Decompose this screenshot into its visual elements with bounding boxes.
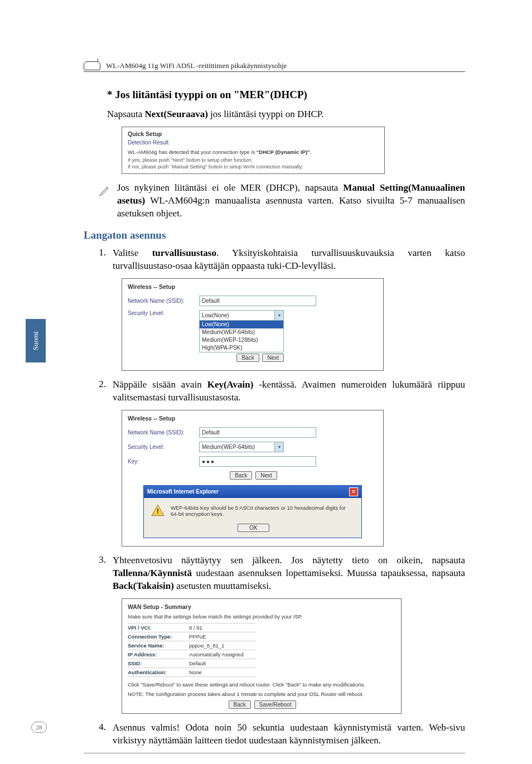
sum-v2: pppoe_8_81_1 — [189, 642, 224, 649]
step1-text: Valitse turvallisuustaso. Yksityiskohtai… — [113, 247, 465, 273]
wireless-heading: Langaton asennus — [84, 229, 465, 241]
wp1-sec-options: Low(None) Medium(WEP-64bits) Medium(WEP-… — [200, 320, 283, 352]
wp1-opt-1[interactable]: Medium(WEP-64bits) — [200, 328, 283, 336]
sum-note2: NOTE: The configuration process takes ab… — [128, 691, 395, 697]
chevron-down-icon[interactable]: ▾ — [274, 311, 283, 320]
wp1-next-button[interactable]: Next — [262, 354, 284, 362]
step-num-4: 4. — [84, 722, 113, 747]
quick-setup-panel: Quick Setup Detection Result WL-AM604g h… — [122, 127, 385, 174]
s3-mid: uudestaan asennuksen lopettamiseksi. Muu… — [192, 568, 465, 578]
note-pre: Jos nykyinen liitäntäsi ei ole MER (DHCP… — [117, 182, 343, 193]
step3-text: Yhteenvetosivu näyttäytyy sen jälkeen. J… — [113, 554, 465, 593]
wp1-sec-label: Security Level: — [128, 310, 199, 316]
note-row: Jos nykyinen liitäntäsi ei ole MER (DHCP… — [98, 182, 465, 220]
sum-note1: Click "Save/Reboot" to save these settin… — [128, 681, 395, 688]
footer-rule — [84, 753, 465, 753]
wp2-ssid-input[interactable]: Default — [199, 427, 316, 438]
qs-title: Quick Setup — [128, 130, 379, 137]
sum-v1: PPPoE — [189, 634, 206, 640]
s3-bold1: Tallenna/Käynnistä — [113, 568, 192, 578]
dialog-title: Microsoft Internet Explorer — [147, 489, 219, 495]
warning-icon: ! — [151, 504, 165, 518]
mer-sub-bold: Next(Seuraava) — [145, 109, 208, 119]
wp1-opt-0[interactable]: Low(None) — [200, 321, 283, 328]
sum-v0: 8 / 81 — [189, 625, 202, 631]
wan-summary-panel: WAN Setup - Summary Make sure that the s… — [122, 598, 402, 714]
ie-dialog: Microsoft Internet Explorer × ! WEP-64bi… — [143, 485, 362, 538]
page-number: 28 — [31, 722, 47, 733]
wp1-back-button[interactable]: Back — [236, 354, 259, 362]
mer-heading: * Jos liitäntäsi tyyppi on on "MER"(DHCP… — [107, 89, 465, 101]
wireless-panel-1: Wireless -- Setup Network Name (SSID): D… — [122, 278, 384, 371]
s2-bold: Key(Avain) — [207, 379, 254, 390]
qs-line: WL-AM604g has detected that your connect… — [128, 149, 379, 155]
wp2-title: Wireless -- Setup — [128, 415, 378, 422]
language-tab: Suomi — [26, 319, 46, 362]
wp1-opt-2[interactable]: Medium(WEP-128bits) — [200, 336, 283, 344]
wp2-sec-label: Security Level: — [128, 444, 199, 450]
sum-l4: SSID: — [128, 660, 189, 666]
note-text: Jos nykyinen liitäntäsi ei ole MER (DHCP… — [117, 182, 465, 220]
sum-l3: IP Address: — [128, 651, 189, 657]
wp2-sec-value: Medium(WEP-64bits) — [202, 444, 255, 450]
s1-pre: Valitse — [113, 248, 152, 258]
sum-v5: None — [189, 669, 202, 675]
wp2-back-button[interactable]: Back — [230, 471, 252, 480]
sum-line: Make sure that the settings below match … — [128, 613, 395, 620]
sum-l2: Service Name: — [128, 642, 189, 649]
qs-subtitle: Detection Result — [128, 139, 379, 146]
sum-l1: Connection Type: — [128, 634, 189, 640]
chevron-down-icon[interactable]: ▾ — [274, 442, 283, 452]
step-num-1: 1. — [84, 247, 113, 273]
wp1-opt-3[interactable]: High(WPA-PSK) — [200, 344, 283, 352]
wp1-sec-selected: Low(None) — [202, 312, 229, 318]
wp1-ssid-label: Network Name (SSID): — [128, 298, 199, 304]
wp2-next-button[interactable]: Next — [255, 471, 277, 480]
wp2-sec-select[interactable]: Medium(WEP-64bits)▾ — [199, 442, 284, 452]
step-num-3: 3. — [84, 554, 113, 593]
wp2-key-label: Key: — [128, 458, 199, 465]
sum-l5: Authentication: — [128, 669, 189, 675]
s3-bold2: Back(Takaisin) — [113, 581, 174, 591]
dialog-ok-button[interactable]: OK — [238, 524, 269, 532]
sum-back-button[interactable]: Back — [229, 700, 251, 709]
page-header: WL-AM604g 11g WiFi ADSL -reitittimen pik… — [84, 61, 465, 72]
note-post: WL-AM604g:n manuaalista asennusta varten… — [117, 195, 465, 219]
wireless-panel-2: Wireless -- Setup Network Name (SSID): D… — [122, 410, 384, 547]
wp2-ssid-label: Network Name (SSID): — [128, 429, 199, 436]
sum-title: WAN Setup - Summary — [128, 603, 395, 610]
qs-line-post: . — [310, 149, 312, 155]
s3-pre: Yhteenvetosivu näyttäytyy sen jälkeen. J… — [113, 555, 465, 565]
sum-save-button[interactable]: Save/Reboot — [254, 700, 297, 709]
wp2-key-input[interactable]: ●●● — [199, 456, 316, 467]
dialog-message: WEP-64bits Key should be 5 ASCII charact… — [171, 505, 355, 517]
step4-text: Asennus valmis! Odota noin 50 sekuntia u… — [113, 722, 465, 747]
header-text: WL-AM604g 11g WiFi ADSL -reitittimen pik… — [106, 61, 287, 70]
sum-v4: Default — [189, 660, 206, 666]
mer-sub-pre: Napsauta — [107, 109, 145, 119]
step-num-2: 2. — [84, 379, 113, 404]
sum-v3: Automatically Assigned — [189, 651, 244, 657]
router-icon — [84, 61, 100, 70]
close-icon[interactable]: × — [349, 487, 358, 496]
qs-line-pre: WL-AM604g has detected that your connect… — [128, 149, 257, 155]
s2-pre: Näppäile sisään avain — [113, 379, 207, 390]
sum-l0: VPI / VCI: — [128, 625, 189, 631]
mer-sub-post: jos liitäntäsi tyyppi on DHCP. — [208, 109, 324, 119]
step2-text: Näppäile sisään avain Key(Avain) -kentäs… — [113, 379, 465, 404]
qs-note2: If not, please push "Manual Setting" but… — [128, 164, 379, 171]
wp1-ssid-input[interactable]: Default — [199, 296, 316, 306]
qs-line-bold: "DHCP (Dynamic IP)" — [257, 149, 310, 155]
pencil-icon — [98, 184, 112, 200]
s3-post: asetusten muuttamiseksi. — [174, 581, 271, 591]
wp1-title: Wireless -- Setup — [128, 283, 378, 290]
qs-note1: If yes, please push "Next" button to set… — [128, 157, 379, 164]
s1-bold: turvallisuustaso — [152, 248, 216, 258]
wp1-sec-select[interactable]: Low(None)▾ Low(None) Medium(WEP-64bits) … — [199, 310, 284, 352]
svg-text:!: ! — [157, 507, 159, 515]
mer-subtext: Napsauta Next(Seuraava) jos liitäntäsi t… — [107, 109, 465, 120]
